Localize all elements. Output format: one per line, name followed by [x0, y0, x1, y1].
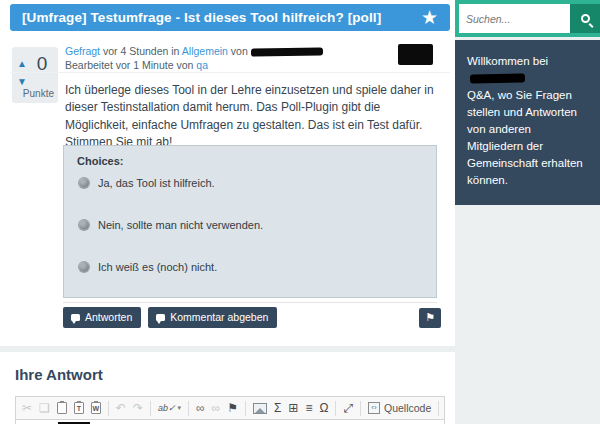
search-button[interactable] [570, 4, 600, 33]
question-title: [Umfrage] Testumfrage - Ist dieses Tool … [22, 10, 381, 25]
meta-divider [10, 72, 450, 73]
comment-button-label: Kommentar abgeben [170, 311, 268, 323]
toolbar-separator [245, 401, 246, 416]
speech-bubble-icon [156, 314, 165, 321]
search-widget [455, 0, 600, 37]
redo-icon[interactable]: ↷ [133, 402, 143, 414]
toolbar-separator [188, 401, 189, 416]
flag-icon: ⚑ [425, 311, 435, 324]
question-meta: Gefragt vor 4 Stunden in Allgemein von B… [65, 44, 323, 72]
sitename-redaction [470, 74, 525, 84]
question-actions: Antworten Kommentar abgeben ⚑ [63, 307, 441, 328]
avatar-redaction [398, 44, 433, 65]
answer-panel: Ihre Antwort ✂ ❏ T W ↶ ↷ ab✓ ▾ [0, 352, 455, 424]
table-icon[interactable]: ⊞ [288, 402, 298, 414]
poll-heading: Choices: [77, 155, 423, 167]
cut-icon[interactable]: ✂ [22, 402, 32, 414]
welcome-text-rest: Q&A, wo Sie Fragen stellen und Antworten… [467, 89, 583, 186]
radio-icon[interactable] [79, 262, 89, 272]
link-icon[interactable]: ∞ [196, 402, 205, 414]
category-link[interactable]: Allgemein [182, 45, 228, 57]
undo-icon[interactable]: ↶ [116, 402, 126, 414]
meta-line-asked: Gefragt vor 4 Stunden in Allgemein von [65, 44, 323, 58]
spellcheck-icon[interactable]: ab✓ ▾ [158, 403, 181, 413]
question-paragraph: Ich überlege dieses Tool in der Lehre ei… [65, 82, 443, 134]
question-title-bar: [Umfrage] Testumfrage - Ist dieses Tool … [10, 4, 450, 31]
poll-option-label: Ja, das Tool ist hilfreich. [98, 177, 215, 189]
editor-toolbar: ✂ ❏ T W ↶ ↷ ab✓ ▾ ∞ ∞ ⚑ [15, 396, 445, 420]
flag-button[interactable]: ⚑ [419, 308, 441, 328]
username-redaction [251, 48, 323, 57]
formula-icon[interactable]: Σ [274, 402, 281, 414]
main-column: [Umfrage] Testumfrage - Ist dieses Tool … [0, 0, 455, 424]
vote-box: ▲ 0 ▼ Punkte [12, 47, 58, 103]
chevron-down-icon: ▾ [178, 404, 182, 412]
image-icon[interactable] [253, 403, 267, 414]
unlink-icon[interactable]: ∞ [212, 402, 221, 414]
source-button[interactable]: ‹› Quellcode [368, 402, 431, 414]
welcome-box: Willkommen bei Q&A, wo Sie Fragen stelle… [455, 40, 600, 205]
poll-option[interactable]: Ja, das Tool ist hilfreich. [77, 177, 423, 219]
actions-divider [63, 302, 437, 303]
search-icon [581, 14, 590, 23]
answer-button-label: Antworten [85, 311, 132, 323]
copy-icon[interactable]: ❏ [39, 402, 50, 414]
toolbar-separator [360, 401, 361, 416]
toolbar-separator [335, 401, 336, 416]
source-icon: ‹› [368, 402, 380, 414]
poll-box: Choices: Ja, das Tool ist hilfreich. Nei… [63, 145, 437, 298]
special-char-icon[interactable]: Ω [319, 402, 328, 414]
welcome-text-start: Willkommen bei [467, 55, 548, 67]
vote-label: Punkte [17, 88, 54, 99]
paste-icon[interactable] [57, 402, 67, 414]
comment-button[interactable]: Kommentar abgeben [148, 307, 277, 328]
toolbar-separator [108, 401, 109, 416]
editor-user-link[interactable]: qa [196, 59, 208, 71]
vote-up-icon[interactable]: ▲ [17, 59, 30, 69]
von-label: von [231, 45, 248, 57]
poll-option-label: Ich weiß es (noch) nicht. [98, 261, 217, 273]
speech-bubble-icon [71, 314, 80, 321]
poll-option-label: Nein, sollte man nicht verwenden. [98, 219, 263, 231]
anchor-icon[interactable]: ⚑ [227, 402, 238, 414]
paste-as-text-icon[interactable]: T [74, 402, 84, 414]
meta-line-edited: Bearbeitet vor 1 Minute von qa [65, 58, 323, 72]
answer-heading: Ihre Antwort [15, 366, 440, 383]
poll-option[interactable]: Ich weiß es (noch) nicht. [77, 261, 423, 303]
answer-editor: ✂ ❏ T W ↶ ↷ ab✓ ▾ ∞ ∞ ⚑ [15, 396, 445, 424]
radio-icon[interactable] [79, 220, 89, 230]
paste-from-word-icon[interactable]: W [91, 402, 101, 414]
vote-down-icon[interactable]: ▼ [17, 77, 30, 87]
asked-when: vor 4 Stunden [103, 45, 168, 57]
editor-content-area[interactable] [15, 420, 445, 424]
search-input[interactable] [459, 4, 570, 33]
horizontal-rule-icon[interactable]: ≡ [305, 402, 312, 414]
asked-link[interactable]: Gefragt [65, 45, 100, 57]
toolbar-separator [438, 401, 439, 416]
question-panel: [Umfrage] Testumfrage - Ist dieses Tool … [0, 0, 455, 346]
edited-prefix: Bearbeitet vor 1 Minute von [65, 59, 193, 71]
toolbar-separator [150, 401, 151, 416]
favorite-star-icon[interactable]: ★ [421, 8, 438, 27]
in-label: in [171, 45, 179, 57]
page: [Umfrage] Testumfrage - Ist dieses Tool … [0, 0, 600, 424]
answer-button[interactable]: Antworten [63, 307, 141, 328]
poll-option[interactable]: Nein, sollte man nicht verwenden. [77, 219, 423, 261]
maximize-icon[interactable]: ⤢ [343, 402, 353, 414]
sidebar: Willkommen bei Q&A, wo Sie Fragen stelle… [455, 0, 600, 424]
spellcheck-glyph: ab✓ [158, 403, 176, 413]
radio-icon[interactable] [79, 178, 89, 188]
source-button-label: Quellcode [384, 402, 431, 414]
question-body: Ich überlege dieses Tool in der Lehre ei… [65, 82, 443, 152]
